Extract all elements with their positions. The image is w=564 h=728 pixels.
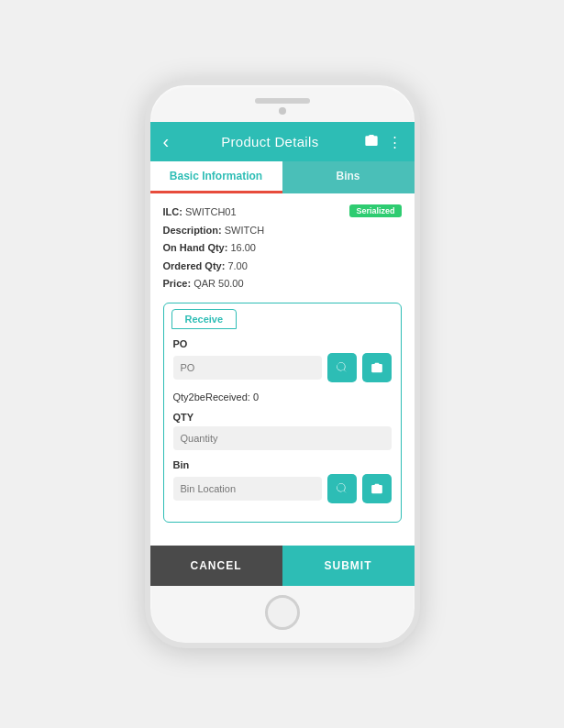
ilc-value: SWITCH01: [185, 206, 237, 217]
ilc-label: ILC:: [163, 206, 182, 217]
ordered-label: Ordered Qty:: [163, 260, 226, 271]
qty-label: QTY: [173, 412, 392, 423]
content-area: Serialized ILC: SWITCH01 Description: SW…: [150, 193, 415, 546]
page-title: Product Details: [176, 134, 363, 149]
camera-icon[interactable]: [364, 134, 379, 149]
tab-basic-information[interactable]: Basic Information: [150, 161, 282, 193]
submit-button[interactable]: SUBMIT: [282, 546, 415, 586]
tab-bar: Basic Information Bins: [150, 161, 415, 193]
phone-frame: ‹ Product Details ⋮ Basic Information Bi…: [145, 80, 420, 648]
bin-field-row: [173, 474, 392, 503]
back-button[interactable]: ‹: [163, 131, 170, 152]
on-hand-label: On Hand Qty:: [163, 242, 228, 253]
qty2be-line: Qty2beReceived: 0: [173, 392, 392, 403]
receive-tab[interactable]: Receive: [171, 309, 238, 329]
receive-section: Receive PO: [163, 303, 402, 523]
ordered-value: 7.00: [227, 260, 247, 271]
description-label: Description:: [163, 225, 222, 236]
on-hand-line: On Hand Qty: 16.00: [163, 240, 402, 256]
app-header: ‹ Product Details ⋮: [150, 122, 415, 161]
header-icons: ⋮: [364, 134, 402, 150]
po-camera-button[interactable]: [362, 353, 392, 382]
phone-screen: ‹ Product Details ⋮ Basic Information Bi…: [150, 122, 415, 586]
qty2be-field-group: Qty2beReceived: 0: [173, 392, 392, 403]
tab-bins[interactable]: Bins: [282, 161, 415, 193]
bin-camera-button[interactable]: [362, 474, 392, 503]
po-field-group: PO: [173, 338, 392, 382]
description-value: SWITCH: [225, 225, 264, 236]
on-hand-value: 16.00: [230, 242, 256, 253]
po-field-row: [173, 353, 392, 382]
phone-speaker: [255, 98, 310, 104]
receive-body: PO: [164, 329, 401, 522]
po-label: PO: [173, 338, 392, 349]
po-input[interactable]: [173, 356, 322, 380]
receive-tab-row: Receive: [164, 303, 401, 329]
bin-label: Bin: [173, 459, 392, 470]
price-line: Price: QAR 50.00: [163, 276, 402, 292]
qty-field-group: QTY: [173, 412, 392, 450]
bin-input[interactable]: [173, 477, 322, 501]
qty-input[interactable]: [173, 426, 392, 450]
qty-field-row: [173, 426, 392, 450]
bin-field-group: Bin: [173, 459, 392, 503]
price-label: Price:: [163, 278, 192, 289]
serialized-badge: Serialized: [349, 204, 401, 217]
phone-camera: [279, 107, 286, 115]
bottom-bar: CANCEL SUBMIT: [150, 546, 415, 586]
home-button[interactable]: [265, 595, 300, 630]
ordered-line: Ordered Qty: 7.00: [163, 259, 402, 274]
cancel-button[interactable]: CANCEL: [150, 546, 282, 586]
qty2be-label: Qty2beReceived:: [173, 392, 250, 403]
qty2be-value: 0: [253, 392, 259, 403]
po-search-button[interactable]: [327, 353, 357, 382]
price-value: QAR 50.00: [194, 278, 243, 289]
more-icon[interactable]: ⋮: [388, 134, 402, 150]
bin-search-button[interactable]: [327, 474, 357, 503]
description-line: Description: SWITCH: [163, 223, 402, 238]
product-info: Serialized ILC: SWITCH01 Description: SW…: [163, 204, 402, 292]
